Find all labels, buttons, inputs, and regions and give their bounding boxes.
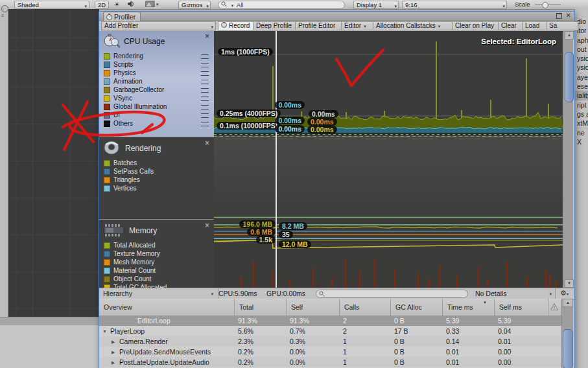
tool-icon[interactable] — [1, 5, 8, 12]
rendering-chart[interactable] — [214, 135, 563, 218]
foldout-arrow-icon[interactable]: ▶ — [112, 347, 115, 358]
charts-scrollbar[interactable]: ▲ ▼ — [563, 31, 573, 288]
scale-slider-knob[interactable] — [542, 2, 548, 8]
drag-handle-icon[interactable] — [201, 122, 209, 126]
drag-handle-icon[interactable] — [201, 88, 209, 93]
2d-toggle[interactable]: 2D — [95, 1, 109, 9]
scrollbar-thumb[interactable] — [563, 329, 573, 368]
legend-item[interactable]: Global Illumination — [99, 102, 214, 111]
foldout-arrow-icon[interactable]: ▶ — [112, 358, 115, 368]
legend-item[interactable]: Object Count — [99, 275, 214, 283]
clear-on-play-button[interactable]: Clear on Play — [452, 21, 499, 30]
clear-button[interactable]: Clear — [498, 21, 523, 30]
settings-item[interactable]: ysic — [575, 63, 588, 72]
settings-item[interactable]: ayer — [575, 73, 588, 82]
column-self[interactable]: Self — [286, 299, 340, 316]
close-window-icon[interactable]: ✕ — [566, 12, 571, 19]
selected-frame-label: Selected: EditorLoop — [481, 38, 556, 45]
settings-item[interactable]: ript — [575, 100, 588, 109]
gizmos-dropdown[interactable]: Gizmos ▾ — [178, 1, 211, 9]
deep-profile-button[interactable]: Deep Profile — [253, 21, 296, 30]
close-icon[interactable]: × — [205, 140, 209, 146]
legend-item[interactable]: SetPass Calls — [99, 167, 214, 176]
legend-item[interactable]: Animation — [99, 77, 214, 86]
column-overview[interactable]: Overview — [99, 299, 234, 316]
hierarchy-dropdown[interactable]: Hierarchy ▾ — [99, 288, 218, 299]
settings-item[interactable]: gs a — [575, 109, 588, 119]
save-button[interactable]: Sa — [546, 21, 578, 30]
settings-item[interactable]: eset — [575, 82, 588, 91]
settings-item[interactable]: X — [575, 137, 588, 146]
settings-item[interactable]: aphi — [575, 36, 588, 45]
drag-handle-icon[interactable] — [201, 80, 209, 84]
audio-icon[interactable] — [127, 1, 135, 8]
load-button[interactable]: Load — [522, 21, 547, 30]
restore-window-icon[interactable] — [556, 13, 562, 19]
legend-item[interactable]: Batches — [99, 159, 214, 167]
settings-item[interactable]: iality — [575, 91, 588, 100]
legend-item[interactable]: Material Count — [99, 266, 214, 275]
legend-item[interactable]: Texture Memory — [99, 249, 214, 258]
scene-view[interactable] — [8, 9, 99, 317]
column-calls[interactable]: Calls — [339, 299, 391, 316]
drag-handle-icon[interactable] — [201, 54, 209, 59]
details-mode-dropdown[interactable]: No Details ▾ — [471, 288, 556, 299]
profiler-titlebar[interactable]: Profiler ✕ — [99, 12, 574, 21]
foldout-arrow-icon[interactable]: ▶ — [112, 337, 115, 347]
column-self-ms[interactable]: Self ms — [494, 299, 548, 316]
legend-color-swatch — [104, 185, 110, 192]
scene-search-input[interactable]: ▾ All — [218, 1, 345, 9]
memory-chart[interactable]: 196.0 MB 0.6 MB 1.5k 8.2 MB 35 12.0 MB — [214, 218, 563, 288]
scroll-up-icon[interactable]: ▲ — [565, 31, 574, 40]
allocation-callstacks-dropdown[interactable]: Allocation Callstacks▾ — [373, 21, 453, 30]
menu-icon[interactable]: ≡ — [1, 13, 5, 19]
legend-item[interactable]: Vertices — [99, 184, 214, 192]
legend-item[interactable]: Mesh Memory — [99, 258, 214, 266]
drag-handle-icon[interactable] — [201, 113, 209, 118]
legend-item[interactable]: UI — [99, 111, 214, 119]
column-total[interactable]: Total — [234, 299, 287, 316]
close-icon[interactable]: × — [205, 33, 209, 40]
table-row[interactable]: ▶PostLateUpdate.UpdateAudio0.2%0.0%10 B0… — [99, 357, 561, 367]
settings-item[interactable]: ne — [575, 128, 588, 137]
legend-item[interactable]: Total Allocated — [99, 241, 214, 249]
display-dropdown[interactable]: Display 1 ▾ — [353, 1, 399, 9]
editor-dropdown[interactable]: Editor▾ — [341, 21, 373, 30]
table-row[interactable]: ▶Camera.Render2.3%0.3%10 B0.140.01 — [99, 336, 561, 347]
legend-item[interactable]: Rendering — [99, 52, 214, 60]
legend-item[interactable]: Physics — [99, 69, 214, 77]
settings-item[interactable]: ysic — [575, 54, 588, 63]
add-profiler-dropdown[interactable]: Add Profiler ▾ — [101, 21, 216, 30]
drag-handle-icon[interactable] — [201, 63, 209, 67]
column-gc-alloc[interactable]: GC Alloc — [390, 299, 443, 316]
effects-icon[interactable]: ▾ — [145, 1, 159, 8]
settings-item[interactable]: out — [575, 45, 588, 54]
legend-item[interactable]: Others — [99, 119, 214, 128]
scroll-down-icon[interactable]: ▼ — [565, 279, 574, 288]
legend-item[interactable]: VSync — [99, 94, 214, 102]
table-scrollbar[interactable]: ▲ — [561, 299, 573, 368]
foldout-arrow-icon[interactable]: ▼ — [102, 327, 107, 337]
legend-item[interactable]: Scripts — [99, 60, 214, 69]
lighting-icon[interactable]: ☀ — [112, 1, 123, 8]
settings-item[interactable]: xtMe — [575, 119, 588, 128]
aspect-dropdown[interactable]: 9:16 ▾ — [402, 1, 507, 9]
scrollbar-thumb[interactable] — [565, 52, 574, 102]
scroll-up-icon[interactable]: ▲ — [563, 299, 573, 307]
record-button[interactable]: Record — [218, 21, 253, 30]
profiler-search-input[interactable] — [316, 290, 468, 298]
drag-handle-icon[interactable] — [201, 71, 209, 76]
drag-handle-icon[interactable] — [201, 97, 209, 101]
table-row[interactable]: ▼PlayerLoop5.6%0.7%217 B0.330.04 — [99, 326, 561, 336]
shaded-dropdown[interactable]: Shaded ▾ — [14, 1, 89, 9]
table-row[interactable]: ▶PreUpdate.SendMouseEvents0.2%0.0%10 B0.… — [99, 347, 561, 357]
profile-editor-button[interactable]: Profile Editor — [295, 21, 342, 30]
gear-icon[interactable]: ⚙▾ — [555, 288, 573, 299]
table-row[interactable]: EditorLoop91.3%91.3%20 B5.395.39 — [99, 316, 561, 326]
tab-profiler[interactable]: Profiler — [103, 12, 141, 21]
legend-item[interactable]: Triangles — [99, 176, 214, 184]
close-icon[interactable]: × — [205, 222, 209, 229]
legend-item[interactable]: GarbageCollector — [99, 86, 214, 94]
cpu-chart[interactable]: Selected: EditorLoop 1ms (1000FPS) 0.25m… — [214, 31, 563, 135]
drag-handle-icon[interactable] — [201, 105, 209, 109]
